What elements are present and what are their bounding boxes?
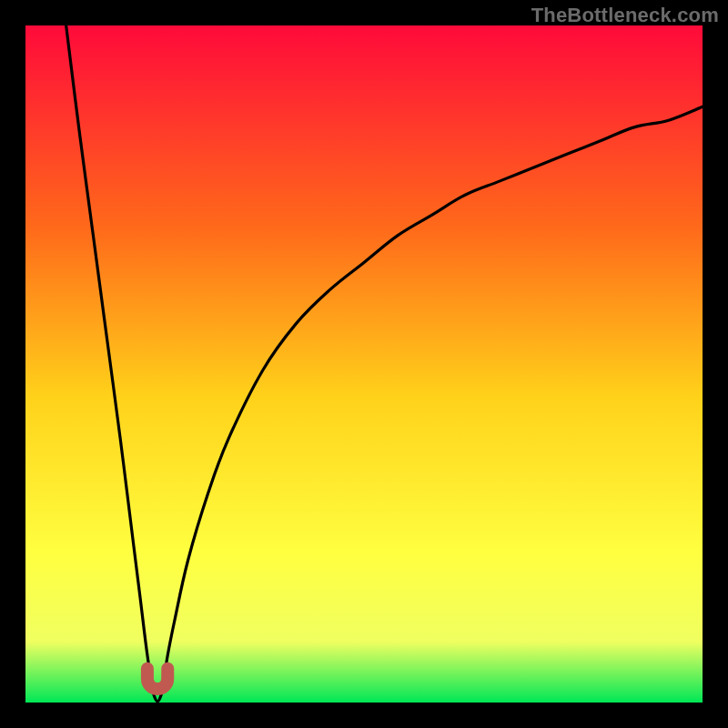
chart-svg: [25, 25, 703, 703]
heat-gradient: [25, 25, 703, 703]
watermark-text: TheBottleneck.com: [531, 4, 719, 27]
bottleneck-chart: [25, 25, 703, 703]
chart-frame: TheBottleneck.com: [0, 0, 728, 728]
